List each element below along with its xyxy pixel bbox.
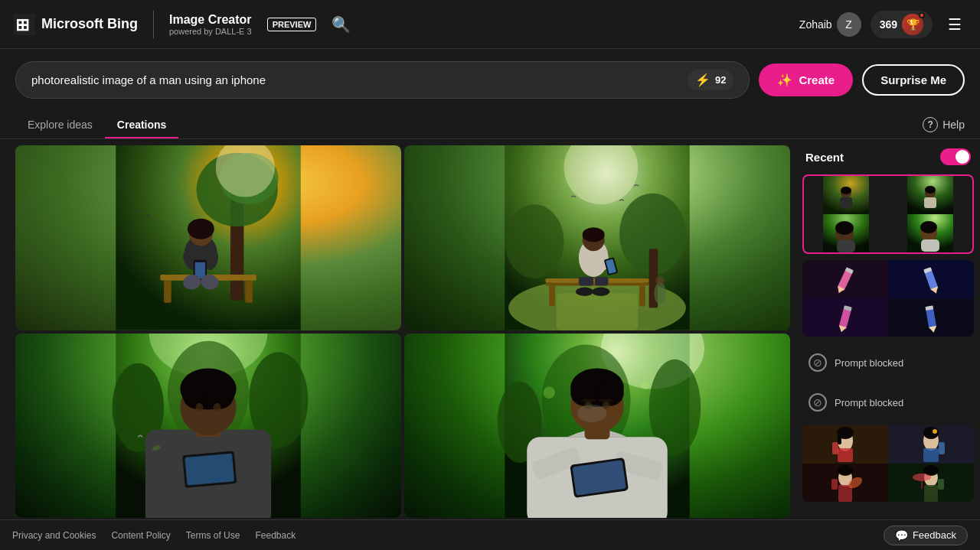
feedback-icon: 💬 xyxy=(895,529,908,542)
terms-link[interactable]: Terms of Use xyxy=(186,530,240,541)
sidebar-grid-1 xyxy=(804,176,972,252)
svg-rect-138 xyxy=(921,477,923,489)
svg-point-25 xyxy=(505,204,564,278)
privacy-link[interactable]: Privacy and Cookies xyxy=(12,530,96,541)
sidebar-img-cell-3 xyxy=(804,214,888,252)
japanese-cell-4 xyxy=(888,464,974,502)
prompt-blocked-text-2: Prompt blocked xyxy=(835,397,903,408)
svg-rect-134 xyxy=(924,485,938,502)
svg-rect-123 xyxy=(939,442,945,454)
boost-badge: ⚡ 92 xyxy=(688,70,733,90)
pencil-cell-4 xyxy=(888,298,974,337)
trophy-dot xyxy=(919,12,925,18)
search-input-wrapper: ⚡ 92 xyxy=(15,61,750,99)
svg-point-33 xyxy=(583,227,605,242)
svg-rect-116 xyxy=(838,448,853,462)
boost-icon: ⚡ xyxy=(695,73,710,87)
prompt-blocked-text-1: Prompt blocked xyxy=(835,357,903,369)
trophy-icon: 🏆 xyxy=(902,14,923,35)
create-button[interactable]: ✨ Create xyxy=(759,63,853,96)
svg-rect-122 xyxy=(923,448,939,462)
header-right: Zohaib Z 369 🏆 ☰ xyxy=(799,11,968,38)
tab-creations[interactable]: Creations xyxy=(105,111,179,138)
sidebar: Recent xyxy=(796,139,980,524)
blocked-icon-1: ⊘ xyxy=(808,353,827,372)
powered-by-text: powered by DALL-E 3 xyxy=(169,27,252,36)
bing-name: Microsoft Bing xyxy=(41,16,138,32)
blocked-icon-2: ⊘ xyxy=(808,393,827,412)
svg-rect-29 xyxy=(549,286,555,307)
help-icon: ? xyxy=(923,117,938,132)
svg-rect-80 xyxy=(599,399,612,401)
create-icon: ✨ xyxy=(777,73,792,87)
surprise-label: Surprise Me xyxy=(880,73,946,86)
prompt-blocked-item-1[interactable]: ⊘ Prompt blocked xyxy=(802,346,974,379)
svg-point-36 xyxy=(576,287,593,296)
toggle-knob xyxy=(956,150,969,164)
sidebar-group-japanese[interactable] xyxy=(802,425,974,502)
coin-count: 369 xyxy=(880,18,897,31)
svg-rect-35 xyxy=(595,277,608,286)
footer: Privacy and Cookies Content Policy Terms… xyxy=(0,519,980,550)
svg-rect-9 xyxy=(164,281,172,303)
svg-point-85 xyxy=(577,404,607,421)
content-policy-link[interactable]: Content Policy xyxy=(111,530,170,541)
svg-rect-97 xyxy=(837,240,855,252)
svg-point-75 xyxy=(570,379,597,405)
svg-point-96 xyxy=(835,221,854,235)
hamburger-button[interactable]: ☰ xyxy=(942,12,968,37)
sidebar-img-cell-2 xyxy=(888,176,972,214)
svg-rect-129 xyxy=(831,479,838,490)
svg-rect-30 xyxy=(639,286,645,307)
svg-rect-34 xyxy=(579,277,593,286)
user-section[interactable]: Zohaib Z xyxy=(799,12,861,37)
search-bar-container: ⚡ 92 ✨ Create Surprise Me xyxy=(0,49,980,111)
help-label: Help xyxy=(942,119,965,131)
svg-point-100 xyxy=(920,221,937,233)
svg-point-68 xyxy=(543,386,554,398)
search-icon[interactable]: 🔍 xyxy=(332,15,351,34)
svg-point-88 xyxy=(841,187,851,194)
main-content: Recent xyxy=(0,139,980,524)
svg-point-54 xyxy=(182,379,209,408)
svg-rect-101 xyxy=(921,239,939,252)
feedback-footer-link[interactable]: Feedback xyxy=(255,530,296,541)
tabs-section: Explore ideas Creations ? Help xyxy=(0,111,980,139)
bing-logo-icon: ⊞ xyxy=(12,12,37,37)
svg-point-13 xyxy=(188,219,214,239)
svg-rect-93 xyxy=(924,197,936,208)
svg-point-57 xyxy=(214,402,221,412)
svg-point-42 xyxy=(655,276,665,285)
image-grid xyxy=(0,139,796,524)
sidebar-group-pencils[interactable] xyxy=(802,260,974,337)
prompt-blocked-item-2[interactable]: ⊘ Prompt blocked xyxy=(802,386,974,419)
sidebar-img-cell-1 xyxy=(804,176,888,214)
tab-explore[interactable]: Explore ideas xyxy=(15,111,105,138)
svg-rect-61 xyxy=(185,453,234,485)
image-cell-1[interactable] xyxy=(15,145,401,330)
user-name: Zohaib xyxy=(799,18,832,31)
japanese-cell-2 xyxy=(888,425,974,464)
recent-toggle[interactable] xyxy=(940,148,971,165)
svg-point-76 xyxy=(597,379,624,405)
svg-rect-79 xyxy=(583,399,596,401)
svg-point-69 xyxy=(641,380,650,389)
svg-rect-135 xyxy=(938,479,944,490)
svg-rect-22 xyxy=(557,293,638,330)
help-button[interactable]: ? Help xyxy=(923,117,965,132)
svg-point-56 xyxy=(196,402,204,412)
coins-section[interactable]: 369 🏆 xyxy=(871,11,933,38)
svg-point-125 xyxy=(933,429,937,434)
sidebar-group-1[interactable] xyxy=(802,174,974,254)
image-cell-3[interactable] xyxy=(15,334,401,519)
pencil-cell-2 xyxy=(888,260,974,298)
feedback-button[interactable]: 💬 Feedback xyxy=(884,526,968,545)
boost-count: 92 xyxy=(715,74,726,86)
surprise-button[interactable]: Surprise Me xyxy=(862,64,965,96)
search-input[interactable] xyxy=(31,73,680,86)
bing-logo[interactable]: ⊞ Microsoft Bing xyxy=(12,12,138,37)
create-label: Create xyxy=(799,73,835,86)
svg-rect-119 xyxy=(838,433,841,444)
image-cell-2[interactable] xyxy=(404,145,790,330)
image-cell-4[interactable] xyxy=(404,334,790,519)
